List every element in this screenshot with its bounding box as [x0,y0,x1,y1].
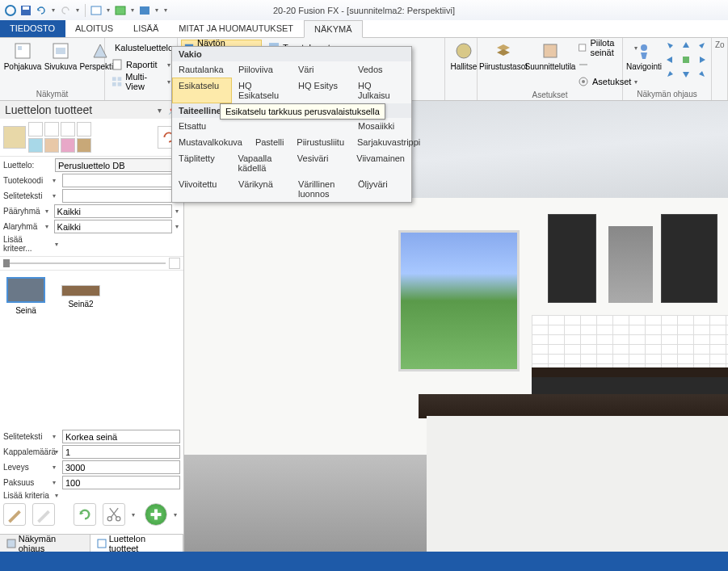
add-button[interactable] [145,503,167,526]
dd-varikyna[interactable]: Värikynä [232,176,292,202]
dd-etsattu[interactable]: Etsattu [172,118,232,134]
tuotekoodi-drop[interactable]: ▾ [53,177,59,184]
pt-category-icon[interactable] [3,126,26,149]
pt-view3[interactable] [61,122,75,136]
qat-view3-drop[interactable]: ▾ [154,4,160,17]
nav-sw[interactable] [663,67,678,80]
ribbon-group-navigointi: Navigointi Näkymän ohjaus [623,38,712,100]
tab-lisaa[interactable]: LISÄÄ [124,20,169,37]
app-icon[interactable] [4,4,17,17]
pt-view1[interactable] [28,122,43,136]
navigointi-button[interactable]: Navigointi [626,40,662,89]
dd-oljyvari[interactable]: Öljyväri [351,176,411,202]
dd-pastelli[interactable]: Pastelli [249,134,290,150]
sivukuva-button[interactable]: Sivukuva [44,40,78,89]
nav-s[interactable] [679,67,693,80]
suunnittelutila-button[interactable]: Suunnittelutila [528,40,573,90]
seliteteksti-input[interactable] [62,189,180,203]
nav-nw[interactable] [663,40,678,52]
dd-hq-julkaisu[interactable]: HQ Julkaisu [351,78,411,103]
dd-sarjakuva[interactable]: Sarjakuvastrippi [351,134,427,150]
edit-draw-button[interactable] [3,503,26,526]
qat-view3-icon[interactable] [138,4,151,17]
nav-se[interactable] [694,67,709,80]
refresh-button[interactable] [74,503,96,526]
qat-view1-icon[interactable] [90,4,103,17]
pt-view4[interactable] [77,122,91,136]
dd-viivamainen[interactable]: Viivamainen [350,150,411,176]
pt-view7[interactable] [61,138,75,153]
tab-file[interactable]: TIEDOSTO [0,20,65,37]
kalusteluettelo-button[interactable]: Kalusteluettelo ▾ [108,40,174,56]
redo-icon[interactable] [59,4,72,17]
dd-vari[interactable]: Väri [292,61,351,78]
paaryhma-drop[interactable]: ▾ [45,208,50,215]
dd-viivoitettu[interactable]: Viivoitettu [172,176,232,202]
nav-ne[interactable] [694,40,709,52]
qat-view1-drop[interactable]: ▾ [105,4,112,17]
pt-view6[interactable] [44,138,59,153]
svg-rect-30 [683,57,689,63]
undo-icon[interactable] [35,4,48,17]
slider-link-icon[interactable] [169,258,180,269]
dd-taplitetty[interactable]: Täplitetty [172,150,231,176]
pt-view8[interactable] [77,138,91,153]
paaryhma-select[interactable] [54,204,172,218]
dd-header-vakio: Vakio [172,47,411,61]
piirustustasot-button[interactable]: Piirustustasot [481,40,526,90]
svg-rect-2 [23,6,29,10]
panel-menu-icon[interactable]: ▾ [154,104,165,115]
qat-view2-icon[interactable] [114,4,127,17]
luettelo-select[interactable] [55,158,180,172]
multiview-button[interactable]: Multi-View ▾ [108,73,174,90]
nav-center[interactable] [679,53,693,66]
nav-n[interactable] [679,40,693,52]
redo-dropdown-icon[interactable]: ▾ [74,4,81,17]
hallitse-button[interactable]: Hallitse [448,40,479,73]
dd-vesivari[interactable]: Vesiväri [291,150,350,176]
dd-hq-esitys[interactable]: HQ Esitys [292,78,351,103]
seliteteksti-drop[interactable]: ▾ [53,192,59,199]
svg-line-34 [110,508,117,518]
pohjakuva-button[interactable]: Pohjakuva [3,40,42,89]
tab-aloitus[interactable]: ALOITUS [65,20,124,37]
lisaa-drop[interactable]: ▾ [55,241,61,248]
dd-piiloviiva[interactable]: Piiloviiva [232,61,292,78]
alaryhma-drop[interactable]: ▾ [45,223,50,230]
qat-view2-drop[interactable]: ▾ [129,4,136,17]
dd-rautalanka[interactable]: Rautalanka [172,61,232,78]
save-icon[interactable] [19,4,32,17]
dd-vedos[interactable]: Vedos [351,61,411,78]
dd-hidden1[interactable] [232,118,292,134]
bottom-selite-input[interactable] [62,430,180,443]
qat-customize-drop[interactable]: ▾ [162,4,169,17]
paksuus-input[interactable] [62,476,180,489]
tab-mitat[interactable]: MITAT JA HUOMAUTUKSET [169,20,304,37]
leveys-input[interactable] [62,460,180,474]
cut-button[interactable] [103,503,125,526]
dd-vapaalla[interactable]: Vapaalla kädellä [231,150,290,176]
dd-hq-esikatselu[interactable]: HQ Esikatselu [232,78,292,103]
undo-dropdown-icon[interactable]: ▾ [50,4,57,17]
dd-mosaiikki[interactable]: Mosaiikki [351,118,411,134]
dd-esikatselu[interactable]: Esikatselu [172,78,232,103]
tuotekoodi-input[interactable] [62,174,180,187]
svg-line-33 [111,508,118,518]
thumbnail-size-slider[interactable] [0,256,183,271]
dd-hidden2[interactable] [292,118,351,134]
bottom-properties: Seliteteksti▾ Kappalemäärä▾ Leveys▾ Paks… [0,428,183,503]
ft-luettelon[interactable]: Luettelon tuotteet [90,535,183,552]
kappale-input[interactable] [62,445,180,459]
raportit-button[interactable]: Raportit ▾ [108,57,174,73]
dd-varillinen[interactable]: Värillinen luonnos [292,176,351,202]
alaryhma-select[interactable] [54,220,172,233]
dd-piirustusliitu[interactable]: Piirustusliitu [290,134,351,150]
tab-nakyma[interactable]: NÄKYMÄ [304,20,362,38]
dd-mustavalko[interactable]: Mustavalkokuva [172,134,249,150]
pt-view2[interactable] [44,122,59,136]
nav-e[interactable] [694,53,709,66]
nav-w[interactable] [663,53,678,66]
ft-nakyman[interactable]: Näkymän ohjaus [0,535,90,552]
edit-erase-button[interactable] [32,503,55,526]
pt-view5[interactable] [28,138,43,153]
